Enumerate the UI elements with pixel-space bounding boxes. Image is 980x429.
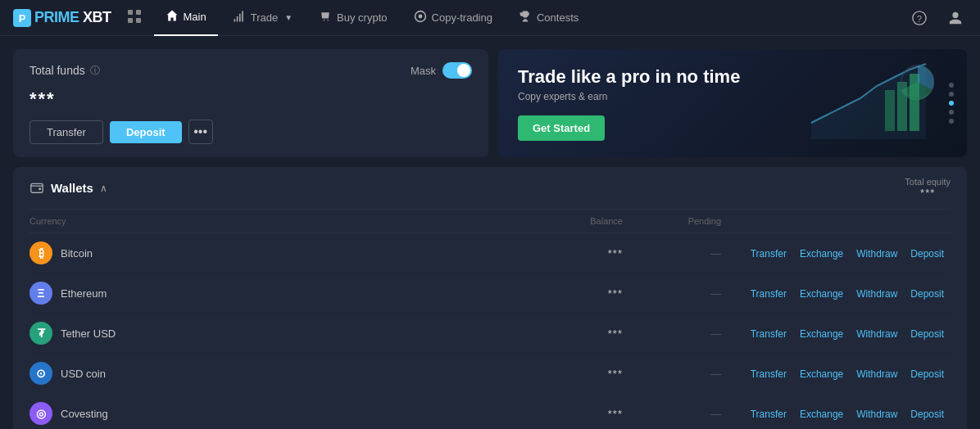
svg-text:?: ? <box>917 13 922 23</box>
wallets-section: Wallets ∧ Total equity *** Currency Bala… <box>13 167 967 429</box>
nav-contests-label: Contests <box>537 11 578 24</box>
funds-actions: Transfer Deposit ••• <box>29 120 472 144</box>
coin-icon-4: ◎ <box>29 402 52 425</box>
action-exchange[interactable]: Exchange <box>793 288 850 300</box>
col-balance: Balance <box>500 210 623 233</box>
nav-copy-trading-label: Copy-trading <box>432 11 492 24</box>
col-actions <box>721 210 951 233</box>
action-withdraw[interactable]: Withdraw <box>850 288 904 300</box>
action-exchange[interactable]: Exchange <box>793 409 850 420</box>
contests-icon <box>519 10 532 25</box>
action-transfer[interactable]: Transfer <box>744 248 793 260</box>
table-row: ₮ Tether USD *** — TransferExchangeWithd… <box>29 314 951 354</box>
action-deposit[interactable]: Deposit <box>904 409 951 420</box>
header-right: ? <box>908 7 967 29</box>
action-exchange[interactable]: Exchange <box>793 368 850 380</box>
total-equity: Total equity *** <box>905 177 951 199</box>
more-icon: ••• <box>193 124 207 139</box>
deposit-button[interactable]: Deposit <box>110 121 182 143</box>
action-deposit[interactable]: Deposit <box>904 288 951 300</box>
coin-name-1: Ethereum <box>61 287 107 300</box>
wallets-header: Wallets ∧ Total equity *** <box>29 177 951 210</box>
action-deposit[interactable]: Deposit <box>904 328 951 340</box>
action-transfer[interactable]: Transfer <box>744 328 793 340</box>
actions-cell-3: TransferExchangeWithdrawDeposit <box>721 354 951 394</box>
pending-cell-0: — <box>623 233 721 273</box>
grid-icon[interactable] <box>128 10 141 26</box>
action-withdraw[interactable]: Withdraw <box>850 409 904 420</box>
nav-item-buy-crypto[interactable]: Buy crypto <box>307 0 398 36</box>
mask-switch[interactable] <box>442 62 472 79</box>
balance-cell-2: *** <box>500 314 623 354</box>
action-transfer[interactable]: Transfer <box>744 368 793 380</box>
table-row: ⊙ USD coin *** — TransferExchangeWithdra… <box>29 354 951 394</box>
action-transfer[interactable]: Transfer <box>744 288 793 300</box>
svg-rect-2 <box>128 10 133 15</box>
action-withdraw[interactable]: Withdraw <box>850 248 904 260</box>
buy-crypto-icon <box>319 10 332 25</box>
total-equity-label: Total equity <box>905 177 951 187</box>
action-transfer[interactable]: Transfer <box>744 409 793 420</box>
coin-cell-2: ₮ Tether USD <box>29 314 500 354</box>
svg-rect-5 <box>136 18 141 23</box>
svg-text:P: P <box>19 12 26 25</box>
balance-cell-4: *** <box>500 394 623 430</box>
action-exchange[interactable]: Exchange <box>793 328 850 340</box>
coin-name-2: Tether USD <box>61 327 116 340</box>
coin-icon-0: ₿ <box>29 242 52 264</box>
action-withdraw[interactable]: Withdraw <box>850 328 904 340</box>
action-exchange[interactable]: Exchange <box>793 248 850 260</box>
funds-card: Total funds ⓘ Mask *** Transfer Deposit … <box>13 49 488 157</box>
nav-item-contests[interactable]: Contests <box>507 0 590 36</box>
promo-dot-1[interactable] <box>949 83 954 88</box>
table-row: ₿ Bitcoin *** — TransferExchangeWithdraw… <box>29 233 951 273</box>
info-icon[interactable]: ⓘ <box>90 64 100 78</box>
chevron-up-icon[interactable]: ∧ <box>100 183 107 194</box>
promo-dot-5[interactable] <box>949 119 954 124</box>
pending-cell-2: — <box>623 314 721 354</box>
coin-cell-4: ◎ Covesting <box>29 394 500 430</box>
coin-icon-3: ⊙ <box>29 362 52 385</box>
balance-cell-3: *** <box>500 354 623 394</box>
nav-item-copy-trading[interactable]: Copy-trading <box>402 0 504 36</box>
nav-trade-label: Trade <box>251 11 278 24</box>
wallet-icon <box>29 179 44 197</box>
balance-cell-0: *** <box>500 233 623 273</box>
pending-cell-3: — <box>623 354 721 394</box>
promo-chart <box>803 57 934 139</box>
get-started-button[interactable]: Get Started <box>518 115 605 141</box>
table-row: Ξ Ethereum *** — TransferExchangeWithdra… <box>29 273 951 314</box>
wallets-title: Wallets <box>51 181 93 195</box>
trade-arrow-icon: ▼ <box>284 13 293 22</box>
svg-point-7 <box>418 15 422 19</box>
coin-icon-2: ₮ <box>29 322 52 345</box>
actions-cell-4: TransferExchangeWithdrawDeposit <box>721 394 951 430</box>
svg-rect-3 <box>136 10 141 15</box>
coin-cell-0: ₿ Bitcoin <box>29 233 500 273</box>
promo-dot-2[interactable] <box>949 92 954 97</box>
logo-text: PRIME XBT <box>34 9 111 26</box>
copy-trading-icon <box>414 10 427 25</box>
transfer-button[interactable]: Transfer <box>29 120 103 144</box>
actions-cell-2: TransferExchangeWithdrawDeposit <box>721 314 951 354</box>
action-withdraw[interactable]: Withdraw <box>850 368 904 380</box>
promo-dot-4[interactable] <box>949 110 954 115</box>
trade-icon <box>233 10 246 25</box>
help-icon[interactable]: ? <box>908 7 931 29</box>
action-deposit[interactable]: Deposit <box>904 368 951 380</box>
svg-rect-11 <box>885 90 895 131</box>
user-icon[interactable] <box>944 7 967 29</box>
more-button[interactable]: ••• <box>188 120 213 144</box>
nav-item-main[interactable]: Main <box>154 0 218 36</box>
balance-cell-1: *** <box>500 273 623 314</box>
promo-dots <box>949 83 954 124</box>
coin-icon-1: Ξ <box>29 282 52 305</box>
wallets-title-group: Wallets ∧ <box>29 179 107 197</box>
action-deposit[interactable]: Deposit <box>904 248 951 260</box>
logo: P PRIME XBT <box>13 9 111 27</box>
nav-item-trade[interactable]: Trade ▼ <box>221 0 304 36</box>
promo-dot-3[interactable] <box>949 101 954 106</box>
coin-cell-3: ⊙ USD coin <box>29 354 500 394</box>
pending-cell-4: — <box>623 394 721 430</box>
header: P PRIME XBT Main Trade ▼ <box>0 0 980 36</box>
